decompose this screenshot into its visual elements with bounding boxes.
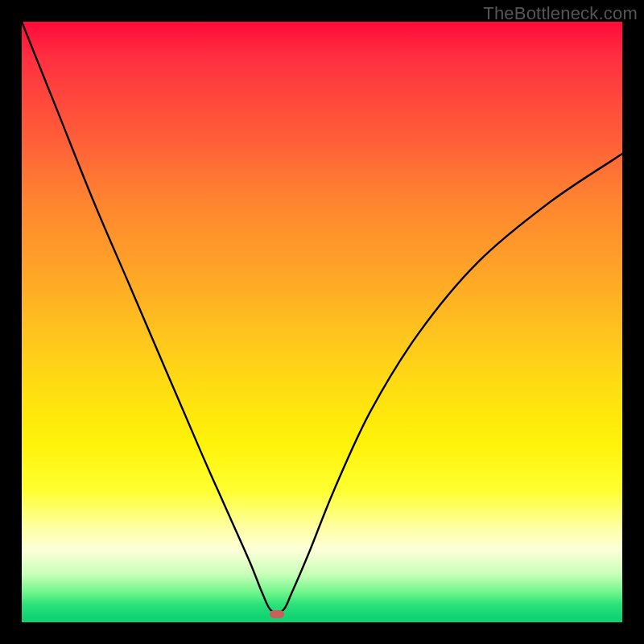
optimal-marker <box>270 610 284 618</box>
watermark-text: TheBottleneck.com <box>483 3 638 24</box>
bottleneck-curve <box>22 22 622 622</box>
chart-plot-area <box>22 22 622 622</box>
